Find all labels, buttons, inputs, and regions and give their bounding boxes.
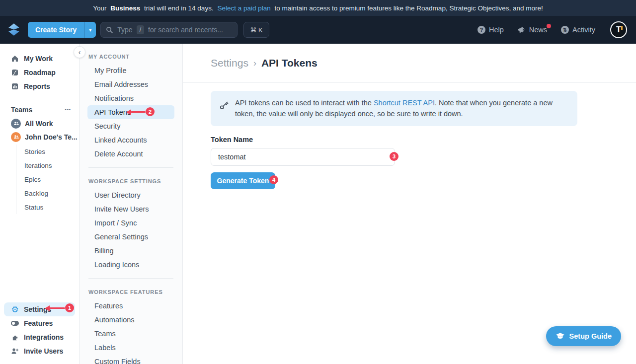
search-input[interactable]: Type / for search and recents...	[100, 22, 238, 38]
sidebar-item-label: Features	[24, 319, 53, 327]
sidebar-collapse-button[interactable]: ‹	[74, 46, 85, 58]
settings-nav-item-billing[interactable]: Billing	[80, 244, 182, 258]
settings-section-header: WORKSPACE FEATURES	[80, 285, 182, 299]
slash-key-badge: /	[137, 25, 144, 34]
activity-icon: ⇅	[561, 26, 569, 34]
settings-nav-item-import-sync[interactable]: Import / Sync	[80, 216, 182, 230]
shortcut-logo-icon[interactable]	[6, 22, 23, 37]
settings-nav-item-notifications[interactable]: Notifications	[80, 91, 182, 105]
team-label: All Work	[25, 120, 53, 128]
settings-section-header: WORKSPACE SETTINGS	[80, 174, 182, 188]
settings-nav-item-delete-account[interactable]: Delete Account	[80, 147, 182, 161]
activity-menu[interactable]: ⇅ Activity	[561, 26, 595, 34]
sidebar-item-features[interactable]: Features	[0, 316, 79, 330]
news-label: News	[529, 26, 547, 34]
sidebar-footer: ⚙ Settings Features Integrations Invite …	[0, 302, 79, 358]
navbar-right-cluster: ? Help News ⇅ Activity T	[477, 21, 627, 38]
sidebar-item-label: Integrations	[24, 333, 64, 341]
settings-nav-item-automations[interactable]: Automations	[80, 313, 182, 327]
app-shell: My Work Roadmap Reports Teams ••• All Wo…	[0, 44, 636, 364]
reports-icon	[11, 82, 19, 90]
teams-section-header: Teams •••	[0, 103, 79, 117]
settings-nav-item-teams[interactable]: Teams	[80, 327, 182, 341]
sidebar-item-integrations[interactable]: Integrations	[0, 330, 79, 344]
news-unread-dot	[547, 24, 551, 28]
sidebar-item-label: Reports	[24, 82, 50, 90]
settings-nav-item-security[interactable]: Security	[80, 119, 182, 133]
sidebar-item-iterations[interactable]: Iterations	[16, 158, 79, 172]
activity-label: Activity	[572, 26, 595, 34]
select-paid-plan-link[interactable]: Select a paid plan	[217, 4, 270, 12]
api-tokens-info-box: API tokens can be used to interact with …	[211, 91, 577, 126]
sidebar-item-backlog[interactable]: Backlog	[16, 186, 79, 200]
settings-nav-item-invite-new-users[interactable]: Invite New Users	[80, 202, 182, 216]
banner-text-mid: trial will end in 14 days.	[142, 4, 215, 12]
chevron-down-icon[interactable]: ▾	[84, 22, 96, 38]
megaphone-icon	[518, 26, 526, 34]
settings-nav-item-loading-icons[interactable]: Loading Icons	[80, 258, 182, 272]
roadmap-icon	[11, 69, 19, 76]
shortcut-rest-api-link[interactable]: Shortcut REST API	[374, 99, 435, 107]
key-icon	[220, 100, 229, 120]
settings-nav-item-custom-fields[interactable]: Custom Fields	[80, 355, 182, 364]
banner-text-post: to maintain access to premium features l…	[273, 4, 543, 12]
breadcrumb-settings[interactable]: Settings	[211, 57, 248, 69]
banner-plan-name: Business	[110, 4, 140, 12]
all-work-avatar	[11, 119, 21, 129]
help-icon: ?	[477, 26, 485, 34]
settings-nav-item-my-profile[interactable]: My Profile	[80, 64, 182, 77]
settings-nav-item-labels[interactable]: Labels	[80, 341, 182, 355]
settings-nav-item-general-settings[interactable]: General Settings	[80, 230, 182, 244]
search-placeholder-suffix: for search and recents...	[148, 26, 223, 34]
sidebar-item-epics[interactable]: Epics	[16, 172, 79, 186]
info-text: API tokens can be used to interact with …	[235, 97, 562, 120]
top-navbar: Create Story ▾ Type / for search and rec…	[0, 16, 636, 44]
home-icon	[11, 55, 19, 63]
chevron-right-icon: ›	[253, 58, 256, 69]
toggle-icon	[11, 319, 19, 327]
sidebar-team-all-work[interactable]: All Work	[0, 117, 79, 130]
settings-nav-item-user-directory[interactable]: User Directory	[80, 188, 182, 202]
page-body: API tokens can be used to interact with …	[183, 83, 636, 189]
sidebar-item-stories[interactable]: Stories	[16, 145, 79, 158]
user-avatar[interactable]: T	[610, 21, 627, 38]
divider	[88, 167, 173, 168]
setup-guide-button[interactable]: Setup Guide	[546, 326, 621, 346]
sidebar-team-john-does-team[interactable]: John Doe's Te...	[0, 130, 79, 144]
team-label: John Doe's Te...	[25, 133, 78, 141]
sidebar-item-settings[interactable]: ⚙ Settings	[4, 302, 75, 316]
settings-nav: MY ACCOUNT My Profile Email Addresses No…	[80, 44, 183, 364]
settings-nav-item-email-addresses[interactable]: Email Addresses	[80, 77, 182, 91]
news-menu[interactable]: News	[518, 26, 547, 34]
sidebar-item-status[interactable]: Status	[16, 200, 79, 214]
setup-guide-label: Setup Guide	[569, 332, 612, 340]
trial-banner: Your Business trial will end in 14 days.…	[0, 0, 636, 16]
chevron-left-icon: ‹	[79, 48, 81, 56]
sidebar-item-my-work[interactable]: My Work	[0, 52, 79, 66]
settings-nav-item-linked-accounts[interactable]: Linked Accounts	[80, 133, 182, 147]
settings-nav-item-features[interactable]: Features	[80, 299, 182, 313]
help-menu[interactable]: ? Help	[477, 26, 504, 34]
page-header: Settings › API Tokens	[183, 44, 636, 83]
breadcrumb: Settings › API Tokens	[211, 57, 318, 69]
banner-text-pre: Your	[93, 4, 108, 12]
avatar-brand-tick	[621, 26, 623, 30]
sidebar-item-reports[interactable]: Reports	[0, 79, 79, 93]
generate-token-button[interactable]: Generate Token	[211, 172, 275, 189]
sidebar-item-roadmap[interactable]: Roadmap	[0, 66, 79, 79]
john-does-team-avatar	[11, 132, 21, 142]
token-name-input[interactable]	[211, 148, 395, 166]
sidebar-item-label: Roadmap	[24, 69, 56, 76]
gear-icon: ⚙	[11, 305, 19, 313]
settings-nav-item-api-tokens[interactable]: API Tokens	[87, 105, 174, 119]
teams-menu-dots-icon[interactable]: •••	[65, 107, 71, 112]
sidebar-item-invite-users[interactable]: Invite Users	[0, 344, 79, 358]
team-subtree: Stories Iterations Epics Backlog Status	[16, 145, 79, 214]
puzzle-icon	[11, 333, 19, 341]
create-story-button[interactable]: Create Story ▾	[28, 22, 96, 38]
main-content: Settings › API Tokens API tokens can be …	[183, 44, 636, 364]
cmd-k-shortcut-badge[interactable]: ⌘ K	[243, 22, 269, 38]
teams-header-label: Teams	[11, 106, 32, 114]
avatar-initial: T	[616, 25, 621, 34]
settings-section-header: MY ACCOUNT	[80, 50, 182, 64]
